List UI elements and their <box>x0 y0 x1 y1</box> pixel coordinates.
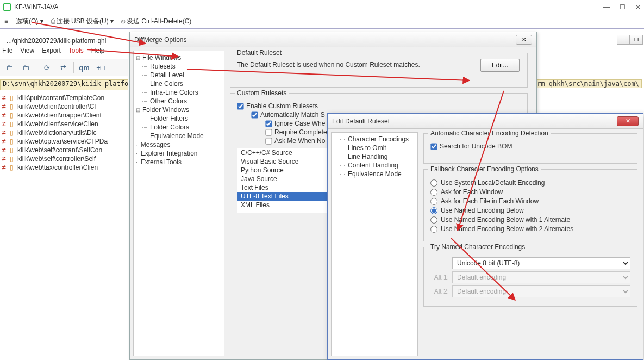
list-item[interactable]: ≠▯kiiik\web\optvar\service\CTPDa <box>0 137 128 146</box>
radio-named-2alt[interactable] <box>430 226 437 233</box>
require-complete-checkbox[interactable] <box>265 129 272 135</box>
not-equal-icon: ≠ <box>2 129 8 136</box>
tree-intra-line-colors[interactable]: Intra-Line Colors <box>135 88 223 97</box>
close-icon[interactable]: ✕ <box>635 3 641 11</box>
file-path: kiiik\web\dictionary\utils\Dic <box>17 129 96 136</box>
radio-named-1alt[interactable] <box>430 216 437 224</box>
dm-minimize-button[interactable]: — <box>617 35 630 45</box>
qm-icon[interactable]: qm <box>77 61 91 74</box>
list-item[interactable]: ≠▯kiiik\web\tax\controller\Clien <box>0 163 128 172</box>
vm-send-cad[interactable]: ⎋发送 Ctrl-Alt-Delete(C) <box>121 17 191 26</box>
file-icon: ▯ <box>10 103 15 110</box>
edr-tree[interactable]: Character Encodings Lines to Omit Line H… <box>331 132 418 356</box>
vm-options[interactable]: 选项(O) ▾ <box>16 17 43 26</box>
edr-close-button[interactable]: ✕ <box>617 116 639 126</box>
search-bom-checkbox[interactable] <box>430 143 437 150</box>
menu-view[interactable]: View <box>20 47 34 58</box>
not-equal-icon: ≠ <box>2 111 8 119</box>
edit-button[interactable]: Edit... <box>480 59 520 72</box>
swap-icon[interactable]: ⇄ <box>56 61 70 74</box>
folder-open-icon[interactable]: 🗀 <box>2 61 16 74</box>
tree-rulesets[interactable]: Rulesets <box>135 62 223 71</box>
options-tree[interactable]: File Windows Rulesets Detail Level Line … <box>133 51 224 356</box>
auto-detect-group: Automatic Character Encoding Detection S… <box>423 133 637 164</box>
expand-icon[interactable]: +□ <box>93 61 108 74</box>
not-equal-icon: ≠ <box>2 94 8 102</box>
folder-compare-icon[interactable]: 🗀 <box>18 61 33 74</box>
list-item[interactable]: ≠▯kiiik\web\client\service\Clien <box>0 120 128 128</box>
default-ruleset-text: The Default Ruleset is used when no Cust… <box>237 61 420 69</box>
edr-titlebar: Edit Default Ruleset ✕ <box>328 114 643 129</box>
maximize-icon[interactable]: ☐ <box>620 3 626 11</box>
vm-toolbar: ≡ 选项(O) ▾ ⎙连接 USB 设备(U) ▾ ⎋发送 Ctrl-Alt-D… <box>0 14 644 29</box>
dm-menubar: File View Export Tools Help <box>0 47 130 58</box>
tree-other-colors[interactable]: Other Colors <box>135 97 223 105</box>
list-item[interactable]: ≠▯kiiik\web\client\controller\Cl <box>0 102 128 111</box>
enable-custom-label: Enable Custom Rulesets <box>246 102 318 110</box>
ignore-case-checkbox[interactable] <box>265 120 272 127</box>
tree-explorer-integration[interactable]: Explorer Integration <box>135 149 223 158</box>
file-icon: ▯ <box>10 111 15 119</box>
dm-toolbar: 🗀 🗀 ⟳ ⇄ qm +□ <box>0 59 128 76</box>
not-equal-icon: ≠ <box>2 103 8 110</box>
dm-restore-button[interactable]: ❐ <box>630 35 643 45</box>
vm-title: KF-WIN7-JAVA <box>14 3 59 11</box>
fallback-title: Fallback Character Encoding Options <box>428 165 541 173</box>
menu-export[interactable]: Export <box>42 47 61 58</box>
menu-file[interactable]: File <box>2 47 12 58</box>
file-icon: ▯ <box>10 155 15 163</box>
list-item[interactable]: ≠▯kiiik\web\self\contant\SelfCon <box>0 146 128 154</box>
tree-line-handling[interactable]: Line Handling <box>333 152 416 161</box>
radio-ask-file[interactable] <box>430 198 437 205</box>
encoding-select[interactable]: Unicode 8 bit (UTF-8) <box>452 257 630 269</box>
radio-named-below[interactable] <box>430 207 437 214</box>
tree-folder-windows[interactable]: Folder Windows <box>135 105 223 114</box>
search-bom-label: Search for Unicode BOM <box>440 142 512 150</box>
tree-external-tools[interactable]: External Tools <box>135 158 223 166</box>
refresh-icon[interactable]: ⟳ <box>40 61 54 74</box>
list-item[interactable]: ≠▯kiiik\pub\contant\TemplateCon <box>0 94 128 102</box>
tree-edr-equivalence-mode[interactable]: Equivalence Mode <box>333 170 416 178</box>
vm-usb[interactable]: ⎙连接 USB 设备(U) ▾ <box>51 17 114 26</box>
not-equal-icon: ≠ <box>2 164 8 171</box>
minimize-icon[interactable]: — <box>603 3 610 11</box>
vm-menu-icon[interactable]: ≡ <box>4 17 8 25</box>
options-title: DiffMerge Options <box>134 36 187 44</box>
dm-right-path-fragment: form-qhkh\src\main\java\com\ <box>527 79 642 88</box>
ask-me-checkbox[interactable] <box>265 138 272 144</box>
vm-titlebar: KF-WIN7-JAVA — ☐ ✕ <box>0 0 644 14</box>
alt2-select: Default encoding <box>452 285 630 297</box>
edit-default-ruleset-dialog: Edit Default Ruleset ✕ Character Encodin… <box>327 113 643 360</box>
menu-tools[interactable]: Tools <box>68 47 84 58</box>
tree-content-handling[interactable]: Content Handling <box>333 161 416 170</box>
menu-help[interactable]: Help <box>91 47 105 58</box>
file-path: kiiik\web\client\controller\Cl <box>17 103 96 110</box>
alt1-select: Default encoding <box>452 271 630 283</box>
alt1-label: Alt 1: <box>430 274 449 281</box>
tree-line-colors[interactable]: Line Colors <box>135 79 223 88</box>
file-path: kiiik\pub\contant\TemplateCon <box>17 94 104 102</box>
tree-lines-to-omit[interactable]: Lines to Omit <box>333 144 416 152</box>
list-item[interactable]: ≠▯kiiik\web\dictionary\utils\Dic <box>0 128 128 137</box>
list-item[interactable]: ≠▯kiiik\web\self\controller\Self <box>0 154 128 163</box>
tree-folder-colors[interactable]: Folder Colors <box>135 123 223 132</box>
enable-custom-checkbox[interactable] <box>237 103 243 109</box>
options-titlebar: DiffMerge Options ✕ <box>130 32 536 47</box>
tree-equivalence-mode[interactable]: Equivalence Mode <box>135 132 223 140</box>
file-path: kiiik\web\tax\controller\Clien <box>17 164 98 171</box>
file-icon: ▯ <box>10 129 15 136</box>
tree-character-encodings[interactable]: Character Encodings <box>333 135 416 144</box>
tree-detail-level[interactable]: Detail Level <box>135 71 223 79</box>
list-item[interactable]: ≠▯kiiik\web\client\mapper\Client <box>0 111 128 120</box>
dm-left-path: D:\svn\qhkh20200729\kiiik-platfo <box>0 79 128 90</box>
radio-system-default[interactable] <box>430 179 437 187</box>
not-equal-icon: ≠ <box>2 146 8 154</box>
options-close-button[interactable]: ✕ <box>516 35 532 45</box>
tree-messages[interactable]: Messages <box>135 140 223 149</box>
file-path: kiiik\web\client\service\Clien <box>17 120 98 128</box>
edr-title: Edit Default Ruleset <box>332 117 390 125</box>
radio-ask-window[interactable] <box>430 189 437 196</box>
tree-file-windows[interactable]: File Windows <box>135 53 223 62</box>
auto-match-checkbox[interactable] <box>251 111 258 118</box>
tree-folder-filters[interactable]: Folder Filters <box>135 114 223 123</box>
